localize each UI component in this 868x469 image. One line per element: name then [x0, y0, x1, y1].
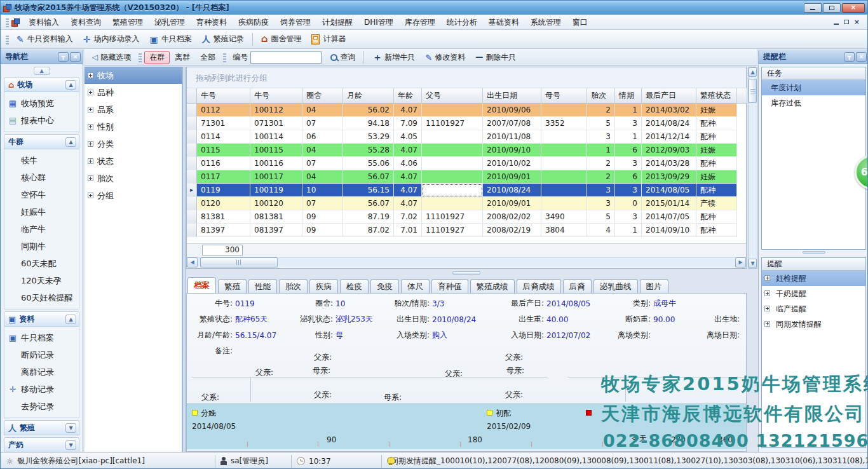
menu-item[interactable]: 饲养管理	[275, 15, 316, 29]
chevron-down-icon[interactable]: ▼	[65, 440, 76, 450]
sidebar-item[interactable]: 断奶记录	[4, 346, 79, 364]
scroll-left-icon[interactable]: ◀	[187, 257, 198, 268]
menu-item[interactable]: 育种资料	[191, 15, 233, 29]
table-row[interactable]: 0115 100115 04 55.28 4.07 2010/09/10 1 6…	[187, 144, 737, 157]
scrollbar-thumb[interactable]	[200, 257, 278, 268]
nav-group-farm-header[interactable]: ⌂ 牧场 ▲	[4, 77, 79, 92]
cattle-file-button[interactable]: ▣ 牛只档案	[144, 32, 196, 46]
menu-item[interactable]: 窗口	[567, 15, 593, 29]
expand-plus-icon[interactable]	[88, 72, 93, 78]
sidebar-item[interactable]: 牧场预览	[4, 95, 79, 112]
sidebar-item[interactable]: 去势记录	[4, 398, 79, 415]
menu-item[interactable]: 疾病防疫	[233, 15, 275, 29]
chevron-up-icon[interactable]: ▲	[65, 80, 76, 90]
column-header[interactable]: 牛号	[197, 88, 250, 104]
pin-icon[interactable]: ┳	[844, 52, 855, 62]
alert-item[interactable]: 干奶提醒	[762, 286, 865, 301]
sidebar-item[interactable]: 犊牛	[4, 152, 79, 169]
expand-plus-icon[interactable]	[764, 290, 770, 296]
menu-item[interactable]: 资料输入	[23, 15, 65, 29]
close-button[interactable]: ×	[842, 3, 865, 13]
nav-group-breeding-header[interactable]: 人 繁殖 ▼	[4, 420, 79, 435]
tree-item[interactable]: 品种	[85, 84, 182, 101]
expand-plus-icon[interactable]	[88, 107, 93, 112]
sidebar-item[interactable]: 临产牛	[4, 221, 79, 238]
expand-plus-icon[interactable]	[88, 158, 93, 164]
expand-plus-icon[interactable]	[88, 124, 93, 130]
close-icon[interactable]: ×	[856, 52, 867, 62]
calculator-button[interactable]: 计算器	[306, 32, 351, 46]
filter-button[interactable]: 离群	[170, 51, 195, 64]
column-header[interactable]: 繁殖状态	[696, 88, 737, 104]
tab[interactable]: 后裔	[563, 279, 592, 293]
tab[interactable]: 体尺	[401, 279, 430, 293]
task-item[interactable]: 年度计划	[762, 80, 865, 95]
panel-splitter[interactable]	[759, 250, 868, 255]
tab[interactable]: 泌乳曲线	[593, 279, 638, 293]
table-row[interactable]: 0116 100116 07 55.06 4.06 2010/10/02 2 3…	[187, 157, 737, 170]
title-bar[interactable]: 牧场专家2015养牛场管理系统（V20150320） - [牛只档案] ×	[1, 1, 867, 15]
menu-item[interactable]: 库存管理	[399, 15, 441, 29]
sidebar-item[interactable]: 空怀牛	[4, 186, 79, 203]
scrollbar-thumb[interactable]	[749, 79, 757, 103]
tree-item[interactable]: 牧场	[85, 67, 182, 84]
table-row[interactable]: 81381 081381 09 87.19 7.02 11101927 2008…	[187, 210, 737, 224]
hide-options-button[interactable]: ◁ 隐藏选项	[87, 51, 136, 64]
table-row[interactable]: 0120 100120 07 56.07 4.07 2010/09/01 3 0…	[187, 197, 737, 210]
scroll-down-icon[interactable]: ▼	[749, 259, 757, 268]
tab[interactable]: 胎次	[279, 279, 308, 293]
pin-icon[interactable]: ┳	[58, 52, 69, 62]
nav-group-herd-header[interactable]: 牛群 ▲	[4, 134, 79, 149]
menu-item[interactable]: DHI管理	[358, 15, 399, 29]
close-icon[interactable]: ×	[70, 52, 81, 62]
tree-item[interactable]: 分类	[85, 135, 182, 153]
edit-cattle-button[interactable]: ✎ 修改资料	[420, 51, 470, 64]
filter-button[interactable]: 在群	[144, 51, 170, 64]
table-row[interactable]: 0114 100114 06 53.29 4.05 2010/11/08 3 1…	[187, 130, 737, 144]
move-entry-button[interactable]: ✛ 场内移动录入	[78, 32, 145, 46]
cattle-input-button[interactable]: ✎ 牛只资料输入	[11, 32, 78, 46]
menu-item[interactable]: 计划提醒	[316, 15, 358, 29]
minimize-button[interactable]	[804, 3, 822, 13]
vertical-scrollbar[interactable]: ▲ ▼	[748, 67, 757, 269]
table-row[interactable]: 71301 071301 07 94.18 7.09 11101927 2007…	[187, 117, 737, 130]
chevron-up-icon[interactable]: ▲	[65, 315, 76, 324]
menu-item[interactable]: 资料查询	[65, 15, 107, 29]
table-row[interactable]: 0112 100112 04 56.02 4.07 2010/09/06 2 1…	[187, 104, 737, 117]
tab[interactable]: 图片	[640, 279, 668, 293]
code-input[interactable]	[250, 51, 322, 64]
tab[interactable]: 繁殖成绩	[470, 279, 515, 293]
sidebar-item[interactable]: 牛只档案	[4, 329, 79, 346]
sidebar-item[interactable]: 妊娠牛	[4, 203, 79, 221]
nav-collapse-button[interactable]: ▲	[34, 67, 50, 75]
table-row[interactable]: ▸ 0119 100119 10 56.15 4.07 2010/08/24 3…	[187, 184, 737, 197]
mdi-close-icon[interactable]: ×	[854, 18, 860, 26]
column-header[interactable]: 胎次	[587, 88, 615, 104]
horizontal-splitter[interactable]	[186, 270, 747, 276]
expand-plus-icon[interactable]	[764, 306, 770, 311]
tab[interactable]: 繁殖	[218, 279, 247, 293]
sidebar-item[interactable]: 报表中心	[4, 112, 79, 129]
filter-button[interactable]: 全部	[195, 51, 220, 64]
expand-plus-icon[interactable]	[764, 321, 770, 327]
horizontal-scrollbar[interactable]: ◀ ▶	[187, 257, 746, 268]
sidebar-item[interactable]: 同期牛	[4, 238, 79, 255]
menu-item[interactable]: 系统管理	[525, 15, 567, 29]
menu-item[interactable]: 基础资料	[483, 15, 525, 29]
table-row[interactable]: 81397 081397 09 87.02 7.01 11101927 2008…	[187, 224, 737, 237]
expand-plus-icon[interactable]	[88, 90, 93, 95]
menu-item[interactable]: 繁殖管理	[107, 15, 149, 29]
tab[interactable]: 疾病	[309, 279, 338, 293]
alert-item[interactable]: 同期发情提醒	[762, 316, 865, 332]
sidebar-item[interactable]: 120天未孕	[4, 272, 79, 289]
tab[interactable]: 检疫	[340, 279, 369, 293]
column-header[interactable]: 年龄	[394, 88, 422, 104]
expand-plus-icon[interactable]	[764, 275, 770, 281]
sidebar-item[interactable]: 60天妊检提醒	[4, 289, 79, 306]
chevron-up-icon[interactable]: ▲	[65, 137, 76, 147]
tree-item[interactable]: 品系	[85, 101, 182, 118]
tab[interactable]: 育种值	[431, 279, 468, 293]
sidebar-item[interactable]: 移动记录	[4, 381, 79, 398]
tab[interactable]: 免疫	[370, 279, 399, 293]
menu-item[interactable]: 统计分析	[441, 15, 483, 29]
